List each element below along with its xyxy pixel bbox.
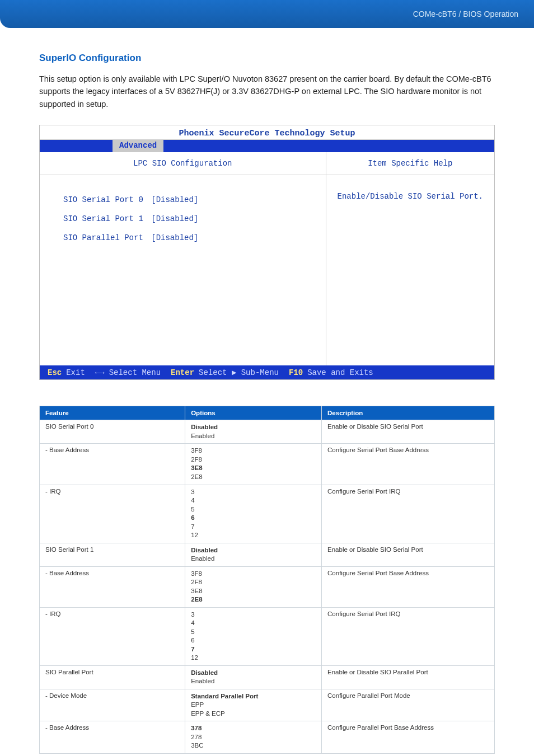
option-line: Enabled: [191, 555, 316, 564]
table-header-row: Feature Options Description: [40, 406, 495, 420]
option-line: 7: [191, 645, 316, 654]
cell-description: Configure Serial Port IRQ: [322, 485, 495, 543]
option-line: Enabled: [191, 432, 316, 441]
bios-opt-label: SIO Serial Port 1: [63, 214, 143, 223]
cell-feature: SIO Serial Port 0: [40, 420, 185, 444]
option-line: 2E8: [191, 595, 316, 604]
table-row: SIO Parallel PortDisabledEnabledEnable o…: [40, 665, 495, 689]
bios-subtitle-row: LPC SIO Configuration Item Specific Help: [40, 152, 494, 175]
action-submenu: Select ▶ Sub-Menu: [199, 368, 279, 377]
bios-tab-advanced[interactable]: Advanced: [113, 140, 163, 152]
cell-description: Enable or Disable SIO Parallel Port: [322, 665, 495, 689]
option-line: 3F8: [191, 447, 316, 456]
breadcrumb: COMe-cBT6 / BIOS Operation: [413, 10, 518, 18]
table-row: SIO Serial Port 0DisabledEnabledEnable o…: [40, 420, 495, 444]
bios-opt-label: SIO Parallel Port: [63, 233, 143, 242]
table-row: - Base Address3F82F83E82E8Configure Seri…: [40, 444, 495, 485]
cell-description: Configure Parallel Port Mode: [322, 689, 495, 721]
cell-feature: - Base Address: [40, 566, 185, 607]
cell-options: 3456712: [185, 485, 322, 543]
bios-opt-value: [Disabled]: [151, 191, 198, 210]
option-line: Standard Parallel Port: [191, 692, 316, 701]
feature-table: Feature Options Description SIO Serial P…: [39, 406, 495, 754]
cell-description: Configure Serial Port IRQ: [322, 607, 495, 665]
bios-opt-1[interactable]: SIO Serial Port 1 [Disabled]: [63, 210, 326, 229]
cell-options: DisabledEnabled: [185, 420, 322, 444]
table-row: - IRQ3456712Configure Serial Port IRQ: [40, 485, 495, 543]
option-line: 4: [191, 496, 316, 505]
option-line: Disabled: [191, 546, 316, 555]
cell-feature: - Device Mode: [40, 689, 185, 721]
bios-title: Phoenix SecureCore Technology Setup: [40, 125, 494, 140]
cell-feature: - Base Address: [40, 444, 185, 485]
section-title: SuperIO Configuration: [39, 53, 495, 64]
bios-tabs: Advanced: [40, 140, 494, 152]
cell-options: 3F82F83E82E8: [185, 566, 322, 607]
bios-left-title: LPC SIO Configuration: [40, 152, 326, 175]
table-row: - IRQ3456712Configure Serial Port IRQ: [40, 607, 495, 665]
option-line: 3E8: [191, 464, 316, 473]
cell-feature: SIO Serial Port 1: [40, 543, 185, 566]
th-feature: Feature: [40, 406, 185, 420]
table-row: - Device ModeStandard Parallel PortEPPEP…: [40, 689, 495, 721]
option-line: 6: [191, 636, 316, 645]
key-f10: F10: [289, 368, 303, 377]
cell-options: 3456712: [185, 607, 322, 665]
key-arrows: ←→: [95, 368, 105, 377]
option-line: 5: [191, 628, 316, 637]
bios-opt-0[interactable]: SIO Serial Port 0 [Disabled]: [63, 191, 326, 210]
action-exit: Exit: [66, 368, 85, 377]
page-header: COMe-cBT6 / BIOS Operation: [0, 0, 534, 28]
cell-description: Configure Serial Port Base Address: [322, 444, 495, 485]
option-line: Enabled: [191, 677, 316, 686]
bios-footer: Esc Exit ←→ Select Menu Enter Select ▶ S…: [40, 365, 494, 379]
table-row: - Base Address3F82F83E82E8Configure Seri…: [40, 566, 495, 607]
key-esc: Esc: [48, 368, 62, 377]
option-line: Disabled: [191, 669, 316, 678]
cell-description: Configure Serial Port Base Address: [322, 566, 495, 607]
option-line: 3: [191, 611, 316, 619]
table-row: - Base Address3782783BCConfigure Paralle…: [40, 721, 495, 754]
cell-description: Enable or Disable SIO Serial Port: [322, 420, 495, 444]
th-description: Description: [322, 406, 495, 420]
cell-feature: SIO Parallel Port: [40, 665, 185, 689]
action-select-menu: Select Menu: [109, 368, 161, 377]
cell-options: 3782783BC: [185, 721, 322, 754]
option-line: Disabled: [191, 423, 316, 432]
option-line: 4: [191, 619, 316, 628]
option-line: 6: [191, 514, 316, 523]
th-options: Options: [185, 406, 322, 420]
cell-options: DisabledEnabled: [185, 543, 322, 566]
bios-opt-value: [Disabled]: [151, 210, 198, 229]
option-line: 378: [191, 724, 316, 733]
bios-help-text: Enable/Disable SIO Serial Port.: [338, 182, 483, 201]
bios-opt-value: [Disabled]: [151, 229, 198, 248]
option-line: EPP & ECP: [191, 710, 316, 719]
bios-right-title: Item Specific Help: [326, 152, 494, 175]
option-line: 2F8: [191, 578, 316, 587]
cell-feature: - IRQ: [40, 607, 185, 665]
bios-opt-2[interactable]: SIO Parallel Port [Disabled]: [63, 229, 326, 248]
option-line: 278: [191, 733, 316, 742]
option-line: EPP: [191, 701, 316, 710]
cell-options: 3F82F83E82E8: [185, 444, 322, 485]
option-line: 12: [191, 531, 316, 540]
bios-help-pane: Enable/Disable SIO Serial Port.: [326, 175, 494, 365]
option-line: 2F8: [191, 456, 316, 464]
bios-opt-label: SIO Serial Port 0: [63, 195, 143, 204]
option-line: 12: [191, 654, 316, 663]
cell-feature: - Base Address: [40, 721, 185, 754]
option-line: 3F8: [191, 570, 316, 579]
page-content: SuperIO Configuration This setup option …: [0, 28, 534, 756]
option-line: 2E8: [191, 473, 316, 482]
bios-screenshot: Phoenix SecureCore Technology Setup Adva…: [39, 125, 495, 380]
cell-options: DisabledEnabled: [185, 665, 322, 689]
option-line: 3E8: [191, 587, 316, 596]
cell-description: Configure Parallel Port Base Address: [322, 721, 495, 754]
option-line: 3: [191, 488, 316, 497]
bios-left-pane: SIO Serial Port 0 [Disabled] SIO Serial …: [40, 175, 326, 365]
bios-options: SIO Serial Port 0 [Disabled] SIO Serial …: [40, 175, 326, 247]
key-enter: Enter: [171, 368, 194, 377]
action-save: Save and Exits: [307, 368, 373, 377]
option-line: 7: [191, 523, 316, 532]
